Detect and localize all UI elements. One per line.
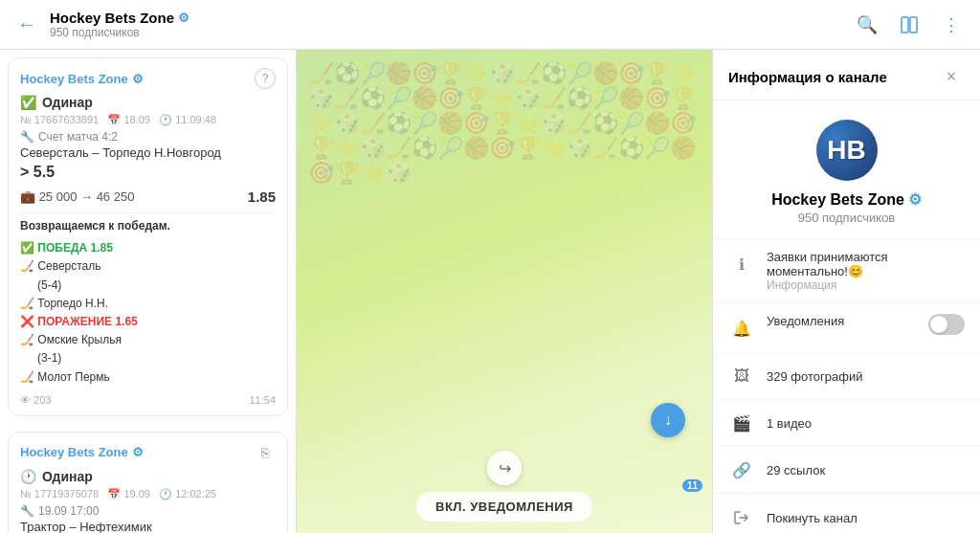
info-panel: Информация о канале × HB Hockey Bets Zon…	[712, 50, 980, 533]
msg1-score: 🔧 Счет матча 4:2	[20, 130, 276, 144]
msg1-sender-label: Hockey Bets Zone	[20, 72, 128, 86]
msg1-time: 🕐 11:09:48	[159, 114, 216, 125]
msg1-amounts: 💼 25 000 → 46 250 1.85	[20, 189, 276, 205]
message-card-1: Hockey Bets Zone ⚙ ? ✅ Одинар № 17667633…	[8, 57, 288, 416]
msg2-sender-label: Hockey Bets Zone	[20, 445, 128, 459]
msg1-results: ✅ ПОБЕДА 1.85 🏒 Северсталь (5-4) 🏒 Торпе…	[20, 239, 276, 387]
back-button[interactable]: ←	[11, 10, 42, 40]
divider1	[20, 212, 276, 213]
msg1-views: 👁 203	[20, 394, 51, 406]
verified-icon: ⚙	[178, 11, 189, 25]
top-bar: ← Hockey Bets Zone ⚙ 950 подписчиков 🔍 ⋮	[0, 0, 980, 50]
bell-icon: 🔔	[728, 315, 755, 342]
main-layout: Hockey Bets Zone ⚙ ? ✅ Одинар № 17667633…	[0, 50, 980, 533]
msg1-sender: Hockey Bets Zone ⚙	[20, 72, 144, 86]
result-team2a: 🏒 Омские Крылья	[20, 331, 276, 349]
leave-icon	[728, 504, 755, 531]
stat-row-video[interactable]: 🎬 1 видео	[713, 400, 980, 447]
msg2-time: 🕐 12:02:25	[159, 488, 216, 500]
result-score2: (3-1)	[37, 349, 276, 367]
msg2-sender: Hockey Bets Zone ⚙	[20, 445, 144, 459]
notifications-toggle[interactable]	[928, 314, 965, 335]
stat-row-photos[interactable]: 🖼 329 фотографий	[713, 353, 980, 400]
msg2-bet-id: № 17719375078 📅 19.09 🕐 12:02:25	[20, 488, 276, 500]
msg1-result-line: Возвращаемся к победам.	[20, 217, 276, 235]
menu-button[interactable]: ⋮	[934, 8, 969, 42]
video-label: 1 видео	[767, 416, 812, 431]
action-row-leave[interactable]: Покинуть канал	[713, 494, 980, 533]
info-row-notifications[interactable]: 🔔 Уведомления	[713, 303, 980, 353]
msg2-header: Hockey Bets Zone ⚙ ⎘	[20, 442, 276, 463]
msg1-verified: ⚙	[132, 72, 144, 86]
msg2-bet-label: Одинар	[42, 469, 93, 484]
avatar-inner: HB	[816, 120, 878, 181]
msg2-copy-btn[interactable]: ⎘	[255, 442, 276, 463]
info-row-description: ℹ Заявки принимаются моментально!😊 Инфор…	[713, 239, 980, 303]
top-bar-icons: 🔍 ⋮	[850, 8, 969, 42]
msg2-bet-type: 🕐 Одинар	[20, 469, 276, 484]
msg1-footer-time: 11:54	[249, 394, 276, 406]
msg2-match: Трактор – Нефтехимик	[20, 520, 276, 533]
msg1-bet-icon: ✅	[20, 95, 36, 110]
info-verified-icon: ⚙	[908, 190, 922, 209]
photo-icon: 🖼	[728, 363, 755, 389]
chat-panel: Hockey Bets Zone ⚙ ? ✅ Одинар № 17667633…	[0, 50, 297, 533]
notifications-button[interactable]: ВКЛ. УВЕДОМЛЕНИЯ	[416, 492, 592, 522]
channel-name-label: Hockey Bets Zone	[50, 10, 174, 26]
svg-rect-1	[910, 17, 917, 33]
photos-label: 329 фотографий	[767, 369, 862, 384]
msg1-bet-label: Одинар	[42, 95, 93, 110]
links-label: 29 ссылок	[767, 463, 825, 477]
msg2-bet-icon: 🕐	[20, 469, 36, 484]
info-sub: Информация	[767, 278, 965, 292]
toggle-thumb	[930, 316, 947, 333]
columns-button[interactable]	[892, 8, 926, 42]
info-panel-header: Информация о канале ×	[713, 50, 980, 100]
msg1-footer: 👁 203 11:54	[20, 390, 276, 406]
msg1-info-btn[interactable]: ?	[255, 68, 276, 89]
video-icon: 🎬	[728, 410, 755, 436]
back-icon: ←	[17, 13, 36, 35]
msg2-schedule: 🔧 19.09 17:00	[20, 504, 276, 518]
msg1-bet-id: № 17667633891 📅 18.09 🕐 11:09:48	[20, 114, 276, 126]
result-score1: (5-4)	[37, 277, 276, 295]
msg1-header: Hockey Bets Zone ⚙ ?	[20, 68, 276, 89]
channel-name-info-label: Hockey Bets Zone	[771, 191, 904, 209]
result-win: ✅ ПОБЕДА 1.85	[20, 239, 276, 257]
result-team1a: 🏒 Северсталь	[20, 257, 276, 276]
msg1-date: 📅 18.09	[107, 114, 150, 125]
schedule-icon: 🔧	[20, 504, 34, 518]
notifications-label: Уведомления	[767, 314, 917, 328]
channel-info-top: Hockey Bets Zone ⚙ 950 подписчиков	[50, 10, 850, 39]
svg-rect-0	[902, 17, 908, 33]
wallpaper-bottom: ВКЛ. УВЕДОМЛЕНИЯ	[297, 480, 712, 533]
wallpaper-panel: 🏒⚽🎾🏀🎯🏆⭐🎲🏒⚽🎾🏀🎯🏆⭐🎲🏒⚽🎾🏀🎯🏆⭐🎲🏒⚽🎾🏀🎯🏆⭐🎲🏒⚽🎾🏀🎯🏆⭐🎲…	[297, 50, 712, 533]
info-panel-title: Информация о канале	[728, 69, 887, 85]
message-card-2: Hockey Bets Zone ⚙ ⎘ 🕐 Одинар № 17719375…	[8, 432, 288, 533]
channel-subs-info: 950 подписчиков	[798, 211, 896, 225]
channel-name-top: Hockey Bets Zone ⚙	[50, 10, 850, 26]
channel-profile: HB Hockey Bets Zone ⚙ 950 подписчиков	[713, 100, 980, 239]
result-lose: ❌ ПОРАЖЕНИЕ 1.65	[20, 313, 276, 331]
info-text: Заявки принимаются моментально!😊	[767, 250, 965, 278]
stat-row-links[interactable]: 🔗 29 ссылок	[713, 447, 980, 494]
msg2-date: 📅 19.09	[107, 488, 150, 500]
scroll-down-button[interactable]: ↓	[651, 403, 685, 437]
link-icon: 🔗	[728, 456, 755, 483]
score-icon: 🔧	[20, 130, 34, 144]
result-team2b: 🏒 Молот Пермь	[20, 368, 276, 387]
result-team1b: 🏒 Торпедо Н.Н.	[20, 295, 276, 313]
channel-avatar: HB	[816, 120, 878, 181]
close-button[interactable]: ×	[938, 63, 965, 90]
info-icon: ℹ	[728, 251, 755, 278]
msg1-bet-value: > 5.5	[20, 164, 276, 181]
leave-label: Покинуть канал	[767, 511, 858, 525]
channel-subscribers-label: 950 подписчиков	[50, 26, 850, 39]
msg1-amount-text: 💼 25 000 → 46 250	[20, 189, 134, 204]
search-button[interactable]: 🔍	[850, 8, 884, 42]
msg1-bet-type: ✅ Одинар	[20, 95, 276, 110]
channel-name-info: Hockey Bets Zone ⚙	[771, 190, 922, 209]
msg1-coeff: 1.85	[248, 189, 276, 205]
msg1-match: Северсталь – Торпедо Н.Новгород	[20, 145, 276, 160]
info-row-description-content: Заявки принимаются моментально!😊 Информа…	[767, 250, 965, 292]
